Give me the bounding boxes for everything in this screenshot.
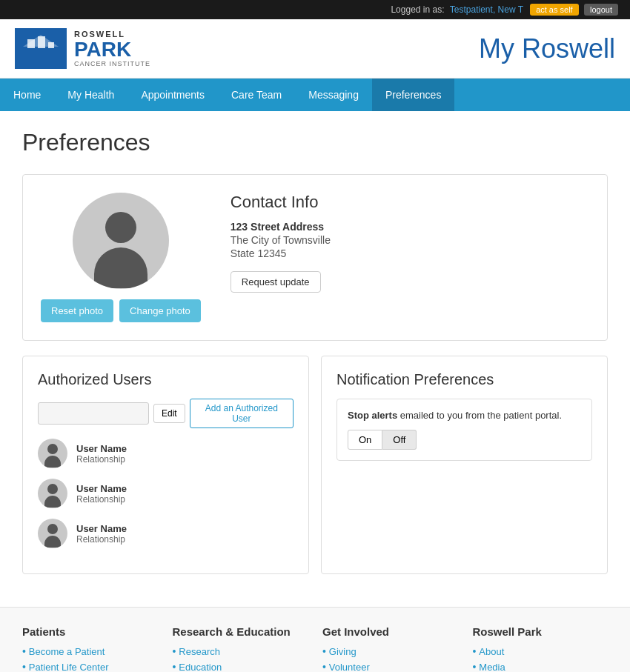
list-item: Become a Patient xyxy=(22,645,158,657)
footer-grid: Patients Become a Patient Patient Life C… xyxy=(22,625,608,672)
change-photo-button[interactable]: Change photo xyxy=(119,299,201,322)
alert-on-button[interactable]: On xyxy=(348,430,382,450)
nav-appointments[interactable]: Appointments xyxy=(127,79,218,111)
add-auth-user-button[interactable]: Add an Authorized User xyxy=(190,399,294,428)
user-avatar-1 xyxy=(38,439,67,468)
footer-link-research[interactable]: Research xyxy=(179,646,220,657)
header: ROSWELL PARK CANCER INSTITUTE My Roswell xyxy=(0,19,630,79)
user-name-2: User Name xyxy=(76,483,127,494)
user-info-2: User Name Relationship xyxy=(76,483,127,505)
list-item: Giving xyxy=(322,645,458,657)
reset-photo-button[interactable]: Reset photo xyxy=(41,299,113,322)
nav-messaging[interactable]: Messaging xyxy=(295,79,372,111)
footer-list-roswell-park: About Media Diversity xyxy=(473,645,609,672)
user-avatar-inner-2 xyxy=(42,484,63,508)
list-item: Research xyxy=(173,645,308,657)
logout-button[interactable]: logout xyxy=(584,4,618,16)
user-relationship-2: Relationship xyxy=(76,494,127,505)
logo-text: ROSWELL PARK CANCER INSTITUTE xyxy=(74,30,150,68)
list-item: Patient Life Center xyxy=(22,661,158,672)
contact-info-title: Contact Info xyxy=(231,193,589,212)
footer-heading-patients: Patients xyxy=(22,625,158,638)
footer-link-media[interactable]: Media xyxy=(479,662,505,672)
auth-user-controls: Edit Add an Authorized User xyxy=(38,399,294,428)
user-name-3: User Name xyxy=(76,523,127,534)
profile-photo-area: Reset photo Change photo xyxy=(41,193,201,322)
footer-col-patients: Patients Become a Patient Patient Life C… xyxy=(22,625,158,672)
top-bar: Logged in as: Testpatient, New T act as … xyxy=(0,0,630,19)
footer-link-giving[interactable]: Giving xyxy=(329,646,357,657)
footer-heading-get-involved: Get Involved xyxy=(322,625,458,638)
list-item: About xyxy=(473,645,609,657)
logo-institute: CANCER INSTITUTE xyxy=(74,60,150,68)
address-line1: 123 Street Address xyxy=(231,221,589,233)
footer: Patients Become a Patient Patient Life C… xyxy=(0,607,630,672)
notification-prefs-inner: Stop alerts emailed to you from the pati… xyxy=(336,399,592,461)
avatar-head xyxy=(105,212,136,243)
notification-prefs-title: Notification Preferences xyxy=(336,371,592,388)
footer-list-research: Research Education Prevention xyxy=(173,645,308,672)
notification-rest: emailed to you from the patient portal. xyxy=(397,410,562,421)
footer-link-become-patient[interactable]: Become a Patient xyxy=(29,646,105,657)
avatar-silhouette xyxy=(87,212,154,289)
main-nav: Home My Health Appointments Care Team Me… xyxy=(0,79,630,111)
user-relationship-1: Relationship xyxy=(76,454,127,465)
authorized-users-title: Authorized Users xyxy=(38,371,294,388)
logo-icon xyxy=(15,28,67,69)
logo-park: PARK xyxy=(74,39,150,60)
act-as-self-button[interactable]: act as self xyxy=(530,4,579,16)
user-avatar-2 xyxy=(38,479,67,508)
footer-list-patients: Become a Patient Patient Life Center Phy… xyxy=(22,645,158,672)
list-item: Education xyxy=(173,661,308,672)
footer-link-volunteer[interactable]: Volunteer xyxy=(329,662,370,672)
authorized-users-card: Authorized Users Edit Add an Authorized … xyxy=(22,356,309,574)
list-item: User Name Relationship xyxy=(38,519,294,548)
nav-care-team[interactable]: Care Team xyxy=(218,79,295,111)
edit-auth-user-button[interactable]: Edit xyxy=(153,404,185,423)
footer-col-roswell-park: Roswell Park About Media Diversity xyxy=(473,625,609,672)
page-title: Preferences xyxy=(22,129,608,156)
list-item: Media xyxy=(473,661,609,672)
alert-off-button[interactable]: Off xyxy=(382,430,417,450)
logged-in-text: Logged in as: xyxy=(391,4,444,15)
nav-home[interactable]: Home xyxy=(0,79,54,111)
main-content: Preferences Reset photo Change photo Con… xyxy=(0,111,630,607)
request-update-button[interactable]: Request update xyxy=(231,271,321,293)
avatar-body xyxy=(94,247,147,288)
footer-link-education[interactable]: Education xyxy=(179,662,222,672)
footer-list-get-involved: Giving Volunteer Careers xyxy=(322,645,458,672)
my-roswell-title: My Roswell xyxy=(479,33,615,64)
notification-description: Stop alerts emailed to you from the pati… xyxy=(348,410,581,421)
footer-heading-research: Research & Education xyxy=(173,625,308,638)
logged-in-username: Testpatient, New T xyxy=(450,4,523,15)
nav-preferences[interactable]: Preferences xyxy=(372,79,454,111)
auth-user-input[interactable] xyxy=(38,402,149,425)
profile-card: Reset photo Change photo Contact Info 12… xyxy=(22,174,608,341)
list-item: User Name Relationship xyxy=(38,439,294,468)
footer-col-get-involved: Get Involved Giving Volunteer Careers xyxy=(322,625,458,672)
notification-bold: Stop alerts xyxy=(348,410,397,421)
footer-link-patient-life[interactable]: Patient Life Center xyxy=(29,662,109,672)
user-info-3: User Name Relationship xyxy=(76,523,127,545)
notification-preferences-card: Notification Preferences Stop alerts ema… xyxy=(321,356,608,574)
footer-col-research: Research & Education Research Education … xyxy=(173,625,308,672)
alert-toggle: On Off xyxy=(348,430,581,450)
footer-link-about[interactable]: About xyxy=(479,646,504,657)
address-line3: State 12345 xyxy=(231,247,589,259)
photo-buttons: Reset photo Change photo xyxy=(41,299,201,322)
bottom-cards: Authorized Users Edit Add an Authorized … xyxy=(22,356,608,574)
user-avatar-inner-3 xyxy=(42,524,63,548)
list-item: User Name Relationship xyxy=(38,479,294,508)
contact-info-section: Contact Info 123 Street Address The City… xyxy=(231,193,589,293)
user-name-1: User Name xyxy=(76,443,127,454)
user-info-1: User Name Relationship xyxy=(76,443,127,465)
user-relationship-3: Relationship xyxy=(76,534,127,545)
user-avatar-3 xyxy=(38,519,67,548)
user-avatar-inner-1 xyxy=(42,444,63,468)
address-line2: The City of Townsville xyxy=(231,234,589,246)
nav-my-health[interactable]: My Health xyxy=(54,79,127,111)
avatar xyxy=(73,193,169,289)
footer-heading-roswell-park: Roswell Park xyxy=(473,625,609,638)
list-item: Volunteer xyxy=(322,661,458,672)
logo-area: ROSWELL PARK CANCER INSTITUTE xyxy=(15,28,150,69)
